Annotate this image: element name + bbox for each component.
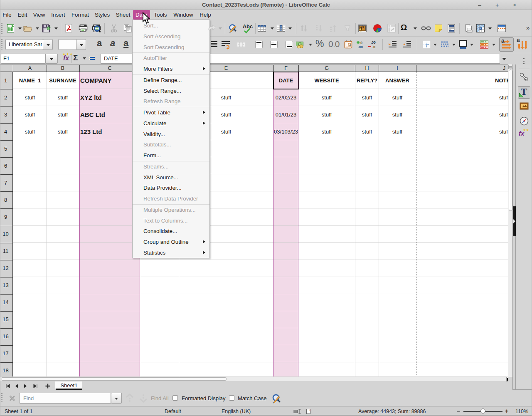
svg-text:.00: .00 [358, 45, 363, 49]
svg-text:.00: .00 [371, 40, 376, 45]
svg-text:*: * [309, 409, 311, 413]
svg-text:3: 3 [349, 43, 351, 46]
svg-text:.0: .0 [360, 41, 362, 45]
svg-text:.0: .0 [372, 45, 375, 49]
